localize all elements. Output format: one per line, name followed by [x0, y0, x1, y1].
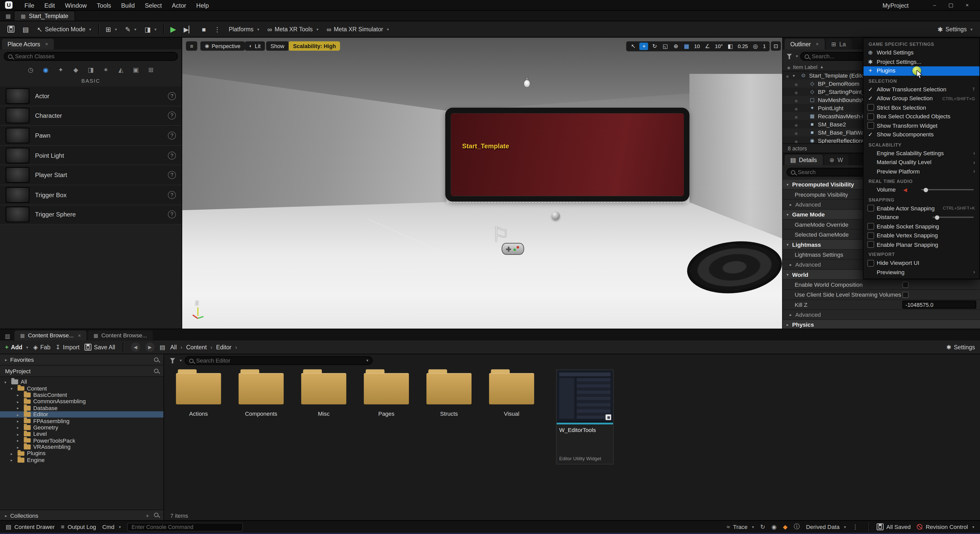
maximize-viewport-icon[interactable]: ⊡ [771, 41, 781, 51]
camera-speed-value[interactable]: 1 [762, 43, 767, 49]
editor-modes-button[interactable]: ▤ [19, 23, 33, 35]
menubar-menu[interactable]: File [19, 0, 39, 10]
expander-icon[interactable]: ▸ [17, 438, 21, 443]
folder-tree-row[interactable]: ▸ PowerToolsPack [0, 437, 163, 444]
close-button[interactable]: × [959, 0, 975, 10]
details-tab[interactable]: ▤ Details [784, 155, 822, 165]
place-actors-category-icon[interactable]: ✦ [56, 65, 66, 74]
viewport[interactable]: ⚐ Start_Template Z ≡ ◉ Perspective ◐ Lit… [182, 38, 783, 329]
import-button[interactable]: ↧ Import [56, 344, 80, 351]
meta-xr-tools-dropdown[interactable]: ∞ Meta XR Tools ▾ [264, 23, 322, 35]
settings-menu-item[interactable]: Material Quality Level › [864, 158, 979, 167]
minimize-button[interactable]: – [927, 0, 943, 10]
viewport-settings-dropdown[interactable]: ✱ Settings ▾ [934, 23, 976, 35]
content-folder-tile[interactable]: Misc [301, 369, 347, 417]
output-log-button[interactable]: ≡ Output Log [61, 523, 96, 530]
outliner-tab[interactable]: Outliner × [784, 39, 824, 49]
add-collection-icon[interactable]: + [146, 512, 149, 519]
place-actors-category-icon[interactable]: ◭ [116, 65, 126, 74]
play-button[interactable]: ▶ [167, 23, 179, 35]
folder-tree-row[interactable]: ▸ BasicContent [0, 392, 163, 398]
asset-tile-w-editortools[interactable]: W_EditorTools Editor Utility Widget [556, 369, 614, 464]
all-saved-indicator[interactable]: All Saved [877, 523, 911, 530]
expander-icon[interactable]: ▸ [5, 513, 7, 518]
property-checkbox[interactable] [902, 281, 909, 288]
visibility-eye-icon[interactable] [784, 72, 790, 79]
filter-icon[interactable] [787, 53, 792, 59]
expander-icon[interactable]: ▾ [787, 182, 792, 187]
scalability-badge[interactable]: Scalability: High [289, 41, 340, 51]
back-button[interactable]: ◀ [131, 342, 140, 352]
menubar-menu[interactable]: Tools [92, 0, 116, 10]
folder-tree-row[interactable]: ▸ Editor [0, 412, 163, 418]
folder-tree-row[interactable]: ▸ VRAssembling [0, 444, 163, 450]
close-icon[interactable]: × [816, 41, 819, 47]
folder-tree-row[interactable]: ▾ All [0, 379, 163, 385]
revision-control-dropdown[interactable]: Revision Control ▾ [917, 524, 974, 530]
settings-menu-item[interactable]: Box Select Occluded Objects › [864, 112, 979, 121]
content-folder-tile[interactable]: Visual [488, 369, 535, 417]
add-button[interactable]: + Add ▾ [5, 344, 28, 351]
settings-menu-item[interactable]: Distance › [864, 213, 979, 222]
place-actor-item[interactable]: Point Light [0, 146, 182, 165]
frame-skip-button[interactable]: ▶▏ [180, 23, 197, 35]
search-classes-input[interactable] [15, 53, 173, 60]
search-icon[interactable] [154, 358, 158, 362]
favorites-section[interactable]: ▸ Favorites [0, 354, 163, 366]
help-icon[interactable] [168, 132, 176, 140]
place-actors-category-icon[interactable]: ⊞ [146, 65, 156, 74]
save-all-button[interactable]: Save All [84, 344, 115, 351]
folder-tree-row[interactable]: ▸ Level [0, 431, 163, 437]
visibility-eye-icon[interactable] [794, 97, 799, 103]
settings-menu-item[interactable]: Hide Viewport UI › [864, 259, 979, 268]
place-actor-item[interactable]: Trigger Box [0, 185, 182, 205]
search-classes-box[interactable] [4, 52, 178, 60]
settings-menu-item[interactable]: Enable Vertex Snapping › [864, 231, 979, 240]
asset-search-box[interactable]: ▾ [185, 356, 373, 365]
settings-menu-item[interactable]: Preview Platform › [864, 167, 979, 176]
search-icon[interactable] [154, 512, 158, 517]
content-folder-tile[interactable]: Pages [363, 369, 409, 417]
place-actor-item[interactable]: Character [0, 106, 182, 126]
breadcrumb-item[interactable]: All [170, 344, 186, 351]
sphere-reflection-gizmo[interactable] [552, 212, 560, 220]
content-drawer-button[interactable]: ▤ Content Drawer [6, 523, 55, 530]
expander-icon[interactable]: ▸ [17, 425, 21, 430]
content-folder-tile[interactable]: Actions [175, 369, 222, 417]
expander-icon[interactable]: ▸ [17, 406, 21, 410]
menubar-menu[interactable]: Select [140, 0, 167, 10]
expander-icon[interactable]: ▾ [787, 272, 792, 277]
expander-icon[interactable]: ▸ [790, 312, 795, 317]
help-icon[interactable] [168, 151, 176, 159]
platforms-dropdown[interactable]: Platforms ▾ [225, 23, 263, 35]
slider-handle[interactable] [935, 215, 939, 219]
settings-menu-item[interactable]: Enable Socket Snapping › [864, 222, 979, 231]
derived-data-dropdown[interactable]: Derived Data ▾ [806, 524, 846, 530]
rotation-snap-icon[interactable]: ∠ [703, 43, 712, 50]
visibility-eye-icon[interactable] [794, 89, 799, 95]
point-light-gizmo[interactable] [523, 77, 531, 88]
fab-icon[interactable]: ◆ [783, 523, 788, 530]
meta-xr-simulator-dropdown[interactable]: ∞ Meta XR Simulator ▾ [323, 23, 393, 35]
content-folder-tile[interactable]: Structs [426, 369, 472, 417]
expander-icon[interactable]: ▾ [787, 212, 792, 217]
place-actors-tab[interactable]: Place Actors × [2, 39, 54, 49]
fab-button[interactable]: ◈ Fab [33, 344, 50, 351]
details-row[interactable]: ▸ Advanced [783, 310, 980, 320]
visibility-eye-icon[interactable] [794, 137, 799, 143]
menubar-menu[interactable]: Window [60, 0, 92, 10]
rotation-snap-value[interactable]: 10° [714, 43, 724, 49]
place-actors-category-icon[interactable]: ✶ [101, 65, 111, 74]
console-command-input[interactable] [132, 524, 239, 530]
selected-actor-label[interactable]: Start_Template [462, 142, 509, 150]
details-row[interactable]: Use Client Side Level Streaming Volumes [783, 290, 980, 300]
settings-menu-item[interactable]: Engine Scalability Settings › [864, 149, 979, 158]
breadcrumb-item[interactable]: Content [186, 344, 216, 351]
content-folder-tile[interactable]: Components [238, 369, 284, 417]
help-icon[interactable] [168, 191, 176, 199]
expander-icon[interactable]: ▾ [787, 242, 792, 247]
property-value-input[interactable]: -1048575.0 [902, 301, 976, 308]
blueprints-button[interactable]: ✎▾ [121, 23, 140, 35]
settings-menu-item[interactable]: Enable Planar Snapping › [864, 240, 979, 250]
settings-menu-item[interactable]: Allow Translucent Selection T › [864, 85, 979, 94]
